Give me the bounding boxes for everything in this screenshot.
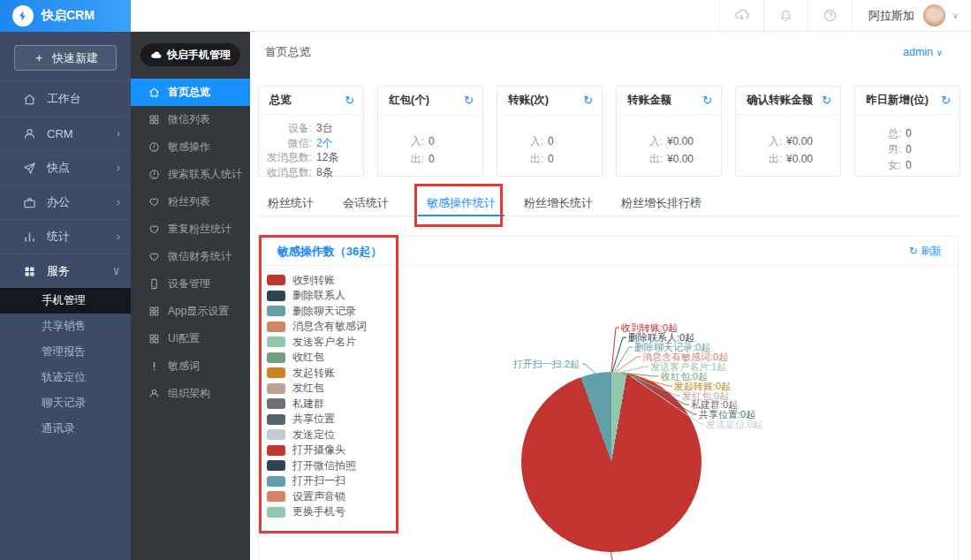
refresh-icon[interactable]: ↻ [941,95,951,106]
secondary-menu-item[interactable]: 设备管理 [131,270,250,298]
stat-card-confirmed-amount: 确认转账金额↻ 入:¥0.00 出:¥0.00 [735,86,841,177]
tab-sensitive-op-stats[interactable]: 敏感操作统计 [418,195,504,216]
legend-item[interactable]: 删除聊天记录 [267,306,367,316]
refresh-icon[interactable]: ↻ [583,95,593,106]
secondary-menu-item[interactable]: 微信列表 [131,106,250,133]
card-title: 红包(个) [389,93,429,108]
wechat-count-link[interactable]: 2个 [316,136,333,151]
secondary-menu-item[interactable]: 首页总览 [131,79,250,106]
legend-item[interactable]: 更换手机号 [267,507,367,518]
user-menu[interactable]: 阿拉斯加 ∨ [852,0,971,31]
legend-item[interactable]: 打开摄像头 [267,445,367,456]
user-name: 阿拉斯加 [869,8,914,24]
card-title: 总览 [269,93,292,108]
legend-item[interactable]: 私建群 [267,398,367,409]
refresh-icon[interactable]: ↻ [464,95,474,106]
bell-icon[interactable] [763,0,808,31]
card-title: 转账(次) [508,93,549,108]
legend-item[interactable]: 发送客户名片 [267,337,367,347]
chart-refresh-button[interactable]: ↻ 刷新 [909,237,942,266]
legend-swatch [267,445,285,456]
legend-swatch [267,491,285,502]
refresh-icon[interactable]: ↻ [345,95,354,106]
briefcase-icon [23,196,36,209]
legend-item[interactable]: 收红包 [267,352,367,363]
heart-icon [148,251,160,262]
home-icon [148,87,160,98]
stat-row: 出:0 [378,150,482,168]
legend-item[interactable]: 删除联系人 [267,291,367,301]
legend-item[interactable]: 设置声音锁 [267,491,367,502]
sidebar-subitem-mgmt-report[interactable]: 管理报告 [0,339,131,365]
legend-swatch [267,337,285,347]
secondary-menu-item[interactable]: App显示设置 [131,298,250,325]
legend-swatch [267,306,285,316]
plus-icon: ＋ [33,50,45,66]
legend-item[interactable]: 收到转账 [267,275,367,285]
secondary-menu-item[interactable]: 微信财务统计 [131,243,250,270]
user-icon [148,388,160,399]
sidebar-subitem-contacts[interactable]: 通讯录 [0,416,131,442]
chevron-down-icon: ∨ [937,48,943,57]
help-icon[interactable] [808,0,852,31]
admin-dropdown[interactable]: admin ∨ [903,46,943,58]
tab-fan-stats[interactable]: 粉丝统计 [268,195,314,216]
legend-swatch [267,476,285,487]
module-header-button[interactable]: 快启手机管理 [140,43,240,66]
legend-swatch [267,507,285,518]
refresh-icon[interactable]: ↻ [702,95,712,106]
stat-card-transfer-count: 转账(次)↻ 入:0 出:0 [497,86,603,177]
secondary-menu-item[interactable]: 敏感操作 [131,133,250,161]
stat-row: 收消息数:8条 [259,165,363,180]
cloud-icon [150,49,162,61]
sidebar-item-services[interactable]: 服务 ∨ [0,254,131,288]
sidebar-item-stats[interactable]: 统计 › [0,219,131,254]
sidebar-subitem-chat-records[interactable]: 聊天记录 [0,390,131,416]
legend-item[interactable]: 发起转账 [267,367,367,378]
stat-row: 出:0 [497,150,602,168]
tab-session-stats[interactable]: 会话统计 [343,195,389,216]
sidebar-item-office[interactable]: 办公 › [0,185,131,219]
secondary-menu-item[interactable]: UI配置 [131,325,250,352]
stat-card-overview: 总览↻ 设备:3台 微信:2个 发消息数:12条 收消息数:8条 [258,86,364,177]
sidebar-subitem-phone-mgmt[interactable]: 手机管理 [0,288,131,314]
legend-item[interactable]: 打开扫一扫 [267,476,367,487]
stat-row: 出:¥0.00 [617,150,721,168]
user-icon [23,127,36,140]
legend-item[interactable]: 消息含有敏感词 [267,322,367,332]
cloud-sync-icon[interactable] [719,0,763,31]
secondary-menu-item[interactable]: 敏感词 [131,352,250,380]
legend-swatch [267,429,285,440]
stat-row: 微信:2个 [259,136,363,151]
chevron-down-icon: ∨ [952,11,959,20]
sidebar-item-kuaidian[interactable]: 快点 › [0,150,131,185]
heart-icon [148,196,160,208]
warn-icon [148,169,160,180]
legend-item[interactable]: 发送定位 [267,429,367,440]
legend-swatch [267,291,285,301]
sidebar-subitem-track-location[interactable]: 轨迹定位 [0,365,131,390]
top-header: 阿拉斯加 ∨ [131,0,971,32]
secondary-menu-item[interactable]: 重复粉丝统计 [131,216,250,243]
legend-swatch [267,414,285,425]
chevron-right-icon: › [117,161,120,174]
sidebar-item-workbench[interactable]: 工作台 [0,81,131,116]
refresh-icon[interactable]: ↻ [822,95,831,106]
pie-chart[interactable] [521,372,702,552]
tab-fan-growth-ranking[interactable]: 粉丝增长排行榜 [621,195,702,216]
legend-item[interactable]: 打开微信拍照 [267,460,367,471]
exclaim-icon [148,360,160,372]
secondary-menu: 首页总览 微信列表 敏感操作 搜索联系人统计 粉丝列表 重复粉丝统计 [131,79,250,407]
sidebar-subitem-shared-sales[interactable]: 共享销售 [0,314,131,339]
legend-item[interactable]: 共享位置 [267,414,367,425]
tab-fan-growth-stats[interactable]: 粉丝增长统计 [524,195,593,216]
quick-create-button[interactable]: ＋ 快速新建 [14,45,117,71]
secondary-menu-item[interactable]: 粉丝列表 [131,188,250,216]
secondary-menu-item[interactable]: 组织架构 [131,380,250,407]
home-icon [23,93,36,106]
secondary-sidebar: 快启手机管理 首页总览 微信列表 敏感操作 搜索联系人统计 粉丝列表 [131,32,250,560]
sidebar-item-crm[interactable]: CRM › [0,116,131,150]
lightning-logo-icon [12,5,34,26]
legend-item[interactable]: 发红包 [267,383,367,394]
secondary-menu-item[interactable]: 搜索联系人统计 [131,161,250,188]
